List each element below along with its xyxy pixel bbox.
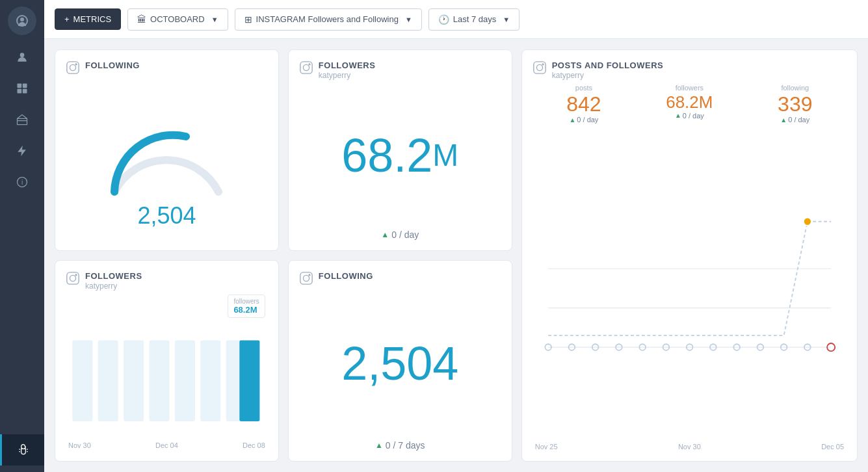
svg-rect-45 [239,341,259,421]
dashboard-label: INSTAGRAM Followers and Following [256,14,399,24]
pf-card-title: POSTS AND FOLLOWERS [552,60,664,70]
followers-number: 68.2 [341,132,432,179]
bar-chart-x-labels: Nov 30 Dec 04 Dec 08 [66,440,268,451]
svg-point-2 [20,53,25,57]
sidebar-item-bug[interactable] [0,434,44,465]
svg-point-1 [20,18,24,21]
instagram-icon-1 [66,60,80,75]
chevron-down-icon-2: ▼ [405,16,412,23]
followers-stat-delta: ▲ 0 / day [638,112,741,120]
pf-stats-row: posts 842 ▲ 0 / day followers 68.2M ▲ 0 … [533,84,847,124]
sidebar-item-info[interactable]: i [0,166,44,198]
followers-title-group: FOLLOWERS katyperry [319,60,376,80]
gauge-container: 2,504 [66,79,268,240]
svg-rect-12 [300,62,312,73]
svg-point-48 [309,274,310,276]
following-delta-arrow: ▲ [375,441,383,450]
chevron-down-icon: ▼ [211,16,218,23]
svg-point-10 [70,64,75,70]
svg-rect-41 [149,341,169,421]
svg-point-16 [536,64,542,70]
followers-card-title: FOLLOWERS [319,60,376,70]
following-title-group: FOLLOWING [85,60,140,70]
following-big-card: FOLLOWING 2,504 ▲ 0 / 7 days [288,260,512,462]
add-metrics-button[interactable]: + METRICS [55,8,121,30]
following-big-card-title: FOLLOWING [319,271,373,281]
svg-rect-38 [72,341,92,421]
grid-icon: ⊞ [244,14,252,25]
posts-followers-card: POSTS AND FOLLOWERS katyperry posts 842 … [521,49,858,462]
time-range-label: Last 7 days [453,14,497,24]
topbar: + METRICS 🏛 OCTOBOARD ▼ ⊞ INSTAGRAM Foll… [44,0,868,39]
octoboard-button[interactable]: 🏛 OCTOBOARD ▼ [127,8,228,31]
sidebar: i [0,0,44,472]
svg-point-21 [804,218,811,226]
followers-chart-title-group: FOLLOWERS katyperry [85,271,142,291]
dashboard-select-button[interactable]: ⊞ INSTAGRAM Followers and Following ▼ [235,8,422,31]
chevron-down-icon-3: ▼ [503,16,510,23]
pf-title-group: POSTS AND FOLLOWERS katyperry [552,60,664,80]
following-stat-value: 339 [744,93,847,116]
pf-x-label-3: Dec 05 [821,443,844,451]
svg-point-47 [303,275,309,281]
svg-rect-43 [200,341,220,421]
svg-point-17 [542,64,544,65]
sidebar-item-bank[interactable] [0,104,44,135]
followers-delta-label: / day [399,229,419,240]
card-header-pf: POSTS AND FOLLOWERS katyperry [533,60,847,80]
bar-chart-area: followers 68.2M Nov 30 D [66,295,268,451]
followers-delta-value: 0 [391,229,397,240]
instagram-icon-3 [533,60,547,75]
svg-point-36 [70,275,75,281]
gauge-svg [101,117,231,202]
followers-stat-delta-text: 0 / day [683,112,704,120]
pf-chart-x-labels: Nov 25 Nov 30 Dec 05 [533,440,847,451]
instagram-icon-4 [66,271,80,285]
svg-rect-9 [67,62,79,73]
pf-posts-stat: posts 842 ▲ 0 / day [533,84,635,124]
pf-chart-area: Nov 25 Nov 30 Dec 05 [533,129,847,451]
svg-point-14 [309,64,310,65]
pf-card-subtitle: katyperry [552,71,664,80]
following-stat-delta-text: 0 / day [788,116,809,124]
pf-x-label-1: Nov 25 [535,443,558,451]
following-stat-delta: ▲ 0 / day [744,116,847,124]
sidebar-item-dashboard[interactable] [0,73,44,104]
sidebar-item-lightning[interactable] [0,135,44,166]
following-big-title-group: FOLLOWING [319,271,373,281]
gauge-value: 2,504 [137,202,196,229]
sidebar-item-user[interactable] [0,42,44,73]
add-icon: + [64,14,70,24]
posts-label: posts [533,84,635,92]
followers-chart-card: FOLLOWERS katyperry followers 68.2M [55,260,279,462]
svg-rect-5 [18,89,22,94]
pf-followers-stat: followers 68.2M ▲ 0 / day [638,84,741,124]
instagram-icon-2 [299,60,313,75]
pf-chart-svg [533,129,847,440]
svg-point-13 [303,64,309,70]
following-gauge-card: FOLLOWING 2,504 [55,49,279,251]
bar-x-label-1: Nov 30 [68,441,91,449]
instagram-icon-5 [299,271,313,285]
svg-rect-6 [23,89,27,94]
octoboard-icon: 🏛 [137,14,146,25]
followers-stat-delta-arrow: ▲ [675,112,681,119]
time-range-button[interactable]: 🕐 Last 7 days ▼ [428,8,519,31]
following-stat-label: following [744,84,847,92]
following-number: 2,504 [341,340,458,387]
svg-rect-40 [124,341,144,421]
bar-x-label-3: Dec 08 [243,441,265,449]
followers-delta: ▲ 0 / day [299,229,501,240]
followers-stat-label: followers [638,84,741,92]
followers-chart-subtitle: katyperry [85,282,142,291]
following-delta-label: / 7 days [393,440,425,451]
card-header-followers-chart: FOLLOWERS katyperry [66,271,268,291]
metrics-label: METRICS [73,14,112,24]
svg-rect-15 [534,62,546,73]
following-delta: ▲ 0 / 7 days [375,440,425,451]
following-big-value: 2,504 [341,289,458,438]
card-header-following: FOLLOWING [66,60,268,75]
card-header-following-big: FOLLOWING [299,271,501,285]
pf-x-label-2: Nov 30 [678,443,701,451]
followers-card-subtitle: katyperry [319,71,376,80]
